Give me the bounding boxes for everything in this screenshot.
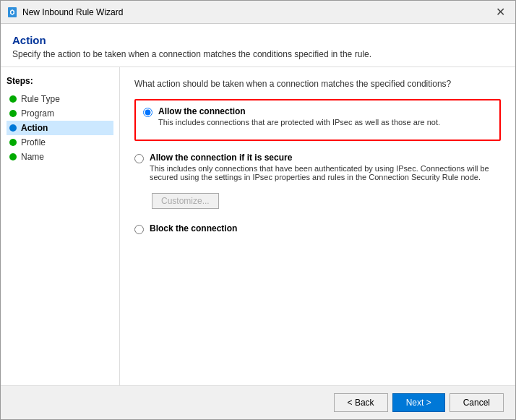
sidebar-item-name[interactable]: Name xyxy=(7,150,113,164)
sidebar-item-profile[interactable]: Profile xyxy=(7,135,113,150)
allow-secure-option-desc: This includes only connections that have… xyxy=(150,164,501,181)
cancel-button[interactable]: Cancel xyxy=(450,393,504,412)
dot-icon-ruletype xyxy=(9,95,17,103)
steps-label: Steps: xyxy=(7,76,113,86)
allow-option-desc: This includes connections that are prote… xyxy=(158,118,440,127)
block-option-text: Block the connection xyxy=(150,223,237,233)
sidebar-label-ruletype: Rule Type xyxy=(21,94,60,104)
allow-secure-option-text: Allow the connection if it is secure Thi… xyxy=(150,153,501,181)
sidebar-item-action[interactable]: Action xyxy=(7,121,113,135)
allow-secure-radio[interactable] xyxy=(134,154,144,163)
allow-secure-section: Allow the connection if it is secure Thi… xyxy=(134,150,501,212)
sidebar-item-program[interactable]: Program xyxy=(7,106,113,121)
dot-icon-program xyxy=(9,110,17,117)
sidebar-label-profile: Profile xyxy=(21,137,46,147)
allow-secure-option-label: Allow the connection if it is secure xyxy=(150,153,501,163)
main-content: What action should be taken when a conne… xyxy=(120,67,515,385)
page-title: Action xyxy=(12,34,504,46)
footer: < Back Next > Cancel xyxy=(1,385,515,419)
main-body: Steps: Rule Type Program Action Profile xyxy=(1,67,515,385)
block-option-label: Block the connection xyxy=(150,223,237,233)
sidebar-label-action: Action xyxy=(21,123,48,133)
close-button[interactable]: ✕ xyxy=(491,3,509,22)
allow-option-label: Allow the connection xyxy=(158,106,440,116)
back-button[interactable]: < Back xyxy=(334,393,388,412)
sidebar-label-name: Name xyxy=(21,152,44,162)
dot-icon-profile xyxy=(9,139,17,146)
allow-secure-option[interactable]: Allow the connection if it is secure Thi… xyxy=(134,153,501,181)
allow-option-text: Allow the connection This includes conne… xyxy=(158,106,440,127)
window-icon xyxy=(7,7,18,18)
allow-radio[interactable] xyxy=(143,108,152,117)
question-text: What action should be taken when a conne… xyxy=(134,79,501,89)
block-section: Block the connection xyxy=(134,220,501,244)
customize-button[interactable]: Customize... xyxy=(152,193,219,209)
header-section: Action Specify the action to be taken wh… xyxy=(1,24,515,67)
allow-connection-box: Allow the connection This includes conne… xyxy=(134,99,501,141)
block-option[interactable]: Block the connection xyxy=(134,223,501,234)
dot-icon-action xyxy=(9,124,17,132)
sidebar-item-ruletype[interactable]: Rule Type xyxy=(7,92,113,106)
window: New Inbound Rule Wizard ✕ Action Specify… xyxy=(0,0,516,420)
page-description: Specify the action to be taken when a co… xyxy=(12,49,504,59)
title-bar: New Inbound Rule Wizard ✕ xyxy=(1,1,515,24)
next-button[interactable]: Next > xyxy=(392,393,445,412)
block-radio[interactable] xyxy=(134,225,144,234)
dot-icon-name xyxy=(9,153,17,160)
sidebar: Steps: Rule Type Program Action Profile xyxy=(1,67,120,385)
allow-connection-option[interactable]: Allow the connection This includes conne… xyxy=(143,106,492,127)
content-area: Action Specify the action to be taken wh… xyxy=(1,24,515,419)
window-title: New Inbound Rule Wizard xyxy=(22,7,491,17)
sidebar-label-program: Program xyxy=(21,108,54,119)
